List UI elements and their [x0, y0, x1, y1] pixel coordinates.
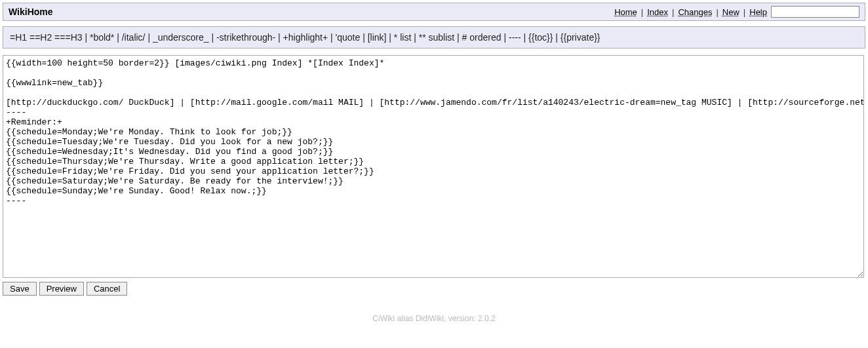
- page-title: WikiHome: [9, 7, 53, 17]
- cancel-button[interactable]: Cancel: [87, 282, 127, 296]
- nav-separator: |: [672, 7, 674, 17]
- nav-separator: |: [743, 7, 745, 17]
- nav-index[interactable]: Index: [647, 7, 668, 17]
- nav-separator: |: [641, 7, 643, 17]
- action-buttons: Save Preview Cancel: [3, 282, 865, 296]
- nav-help[interactable]: Help: [749, 7, 767, 17]
- nav-changes[interactable]: Changes: [678, 7, 712, 17]
- header-bar: WikiHome Home | Index | Changes | New | …: [3, 3, 865, 21]
- syntax-toolbar: =H1 ==H2 ===H3 | *bold* | /italic/ | _un…: [3, 26, 865, 48]
- nav-links: Home | Index | Changes | New | Help: [614, 6, 859, 18]
- search-input[interactable]: [771, 6, 859, 18]
- nav-home[interactable]: Home: [614, 7, 637, 17]
- preview-button[interactable]: Preview: [39, 282, 84, 296]
- nav-separator: |: [716, 7, 718, 17]
- nav-new[interactable]: New: [722, 7, 740, 17]
- footer-text: CiWiki alias DidiWiki, version: 2.0.2: [3, 306, 865, 323]
- save-button[interactable]: Save: [3, 282, 37, 296]
- wiki-editor[interactable]: [3, 55, 864, 278]
